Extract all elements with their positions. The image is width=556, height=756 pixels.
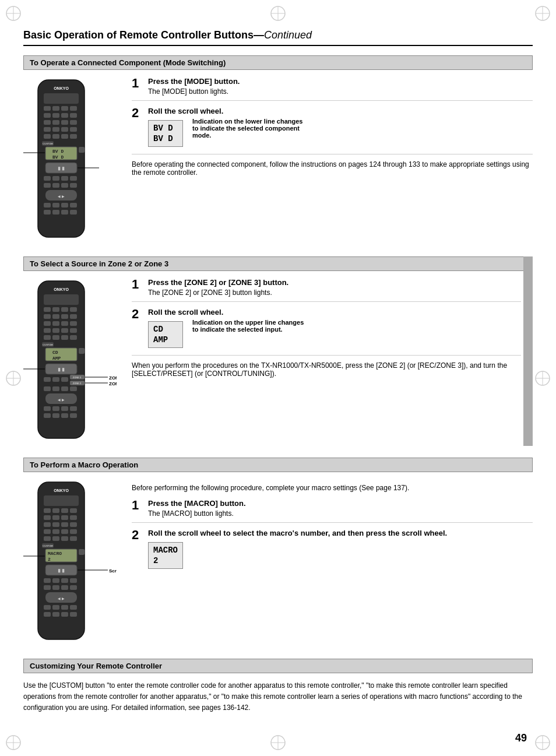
svg-rect-30	[70, 106, 77, 111]
svg-rect-82	[61, 307, 68, 312]
svg-text:◀ ▶: ◀ ▶	[58, 597, 65, 600]
svg-text:ONKYO: ONKYO	[54, 287, 69, 291]
svg-rect-157	[70, 536, 77, 541]
svg-rect-122	[52, 406, 59, 411]
svg-rect-94	[61, 328, 68, 333]
svg-rect-85	[52, 314, 59, 319]
step-num-zone-1: 1	[132, 278, 148, 297]
svg-rect-57	[61, 176, 68, 181]
svg-rect-127	[61, 413, 68, 418]
svg-rect-167	[52, 578, 59, 583]
step-inline-zone-2: CDAMP Indication on the upper line chang…	[148, 319, 521, 350]
svg-text:Scroll wheel: Scroll wheel	[109, 568, 117, 574]
section-zone-select: To Select a Source in Zone 2 or Zone 3 O…	[23, 256, 533, 446]
step-title-mode-1: Press the [MODE] button.	[148, 77, 533, 86]
svg-rect-151	[52, 529, 59, 534]
svg-rect-52	[79, 147, 85, 153]
svg-rect-89	[52, 321, 59, 326]
svg-text:ZONE 2: ZONE 2	[73, 382, 82, 385]
svg-rect-116	[52, 386, 59, 391]
svg-rect-172	[61, 585, 68, 590]
svg-rect-150	[44, 529, 51, 534]
svg-text:AMP: AMP	[52, 356, 61, 361]
svg-text:BV D: BV D	[52, 154, 64, 160]
bottom-center-mark	[269, 734, 287, 751]
svg-rect-68	[70, 203, 77, 208]
svg-rect-138	[44, 508, 51, 513]
svg-rect-170	[44, 585, 51, 590]
svg-rect-93	[52, 328, 59, 333]
step-content-macro-1: Press the [MACRO] button. The [MACRO] bu…	[148, 499, 533, 518]
svg-rect-67	[61, 203, 68, 208]
section-header-mode: To Operate a Connected Component (Mode S…	[23, 55, 533, 70]
step-content-macro-2: Roll the scroll wheel to select the macr…	[148, 529, 533, 571]
note-mode: Before operating the connected component…	[132, 160, 533, 177]
svg-text:ONKYO: ONKYO	[54, 488, 69, 493]
svg-rect-26	[44, 93, 79, 104]
svg-text:◀ ▶: ◀ ▶	[58, 195, 65, 198]
svg-rect-61	[61, 183, 68, 188]
svg-rect-44	[52, 134, 59, 139]
step-macro-2: 2 Roll the scroll wheel to select the ma…	[132, 529, 533, 576]
note-zone: When you perform the procedures on the T…	[132, 361, 521, 378]
svg-text:BV D: BV D	[52, 149, 64, 154]
svg-rect-62	[70, 183, 77, 188]
svg-rect-69	[44, 210, 51, 215]
corner-mark-br	[534, 734, 551, 751]
step-title-mode-2: Roll the scroll wheel.	[148, 107, 533, 115]
svg-text:ZONE 2: ZONE 2	[109, 381, 117, 386]
display-box-macro: MACRO2	[148, 542, 183, 569]
svg-text:MACRO: MACRO	[48, 551, 62, 556]
svg-rect-169	[70, 578, 77, 583]
svg-rect-32	[52, 113, 59, 118]
right-center-mark	[534, 370, 551, 387]
indication-note-zone: Indication on the upper line changes to …	[192, 319, 309, 333]
section-header-zone: To Select a Source in Zone 2 or Zone 3	[23, 256, 533, 271]
svg-rect-92	[44, 328, 51, 333]
svg-rect-29	[61, 106, 68, 111]
svg-rect-28	[52, 106, 59, 111]
section-header-macro: To Perform a Macro Operation	[23, 458, 533, 472]
svg-rect-59	[44, 183, 51, 188]
svg-rect-142	[44, 515, 51, 520]
svg-rect-38	[70, 120, 77, 125]
svg-text:ZONE 3: ZONE 3	[73, 376, 82, 379]
svg-text:CUSTOM: CUSTOM	[43, 142, 52, 145]
step-num-mode-1: 1	[132, 77, 148, 96]
instructions-col-mode: 1 Press the [MODE] button. The [MODE] bu…	[132, 77, 533, 245]
svg-rect-171	[52, 585, 59, 590]
svg-rect-99	[70, 335, 77, 340]
step-inline-mode-2: BV DBV D Indication on the lower line ch…	[148, 118, 533, 149]
svg-rect-34	[70, 113, 77, 118]
svg-rect-81	[52, 307, 59, 312]
indication-note-mode: Indication on the lower line changes to …	[192, 118, 309, 139]
svg-rect-123	[61, 406, 68, 411]
step-desc-macro-1: The [MACRO] button lights.	[148, 509, 533, 518]
svg-rect-168	[61, 578, 68, 583]
step-zone-1: 1 Press the [ZONE 2] or [ZONE 3] button.…	[132, 278, 521, 302]
svg-rect-80	[44, 307, 51, 312]
step-title-zone-1: Press the [ZONE 2] or [ZONE 3] button.	[148, 278, 521, 287]
svg-text:▐▌▐▌: ▐▌▐▌	[57, 569, 65, 573]
svg-rect-137	[44, 495, 79, 506]
svg-rect-145	[70, 515, 77, 520]
svg-rect-147	[52, 522, 59, 527]
svg-rect-140	[61, 508, 68, 513]
svg-rect-154	[44, 536, 51, 541]
svg-rect-124	[70, 406, 77, 411]
corner-mark-tr	[534, 5, 551, 22]
svg-rect-96	[44, 335, 51, 340]
section-mode-switching: To Operate a Connected Component (Mode S…	[23, 55, 533, 245]
svg-rect-117	[61, 386, 68, 391]
svg-text:▐▌▐▌: ▐▌▐▌	[57, 167, 65, 171]
top-center-mark	[269, 5, 287, 22]
gray-sidebar-zone	[523, 256, 533, 446]
svg-rect-35	[44, 120, 51, 125]
svg-rect-121	[44, 406, 51, 411]
svg-rect-95	[70, 328, 77, 333]
display-box-mode: BV DBV D	[148, 120, 183, 147]
svg-rect-37	[61, 120, 68, 125]
svg-rect-27	[44, 106, 51, 111]
svg-rect-102	[45, 348, 77, 361]
svg-text:◀ ▶: ◀ ▶	[58, 398, 65, 402]
